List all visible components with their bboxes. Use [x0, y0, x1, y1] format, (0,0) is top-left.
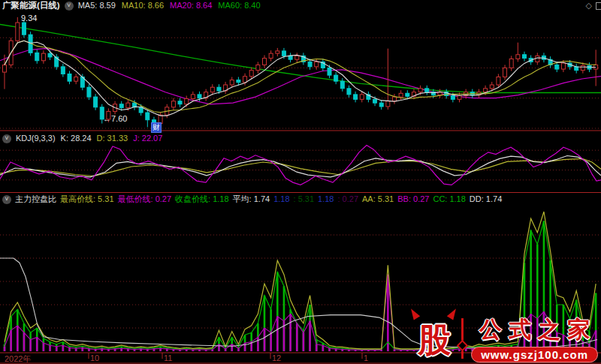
x-axis-label: 1 [364, 353, 368, 362]
ma-label: MA5: 8.59 [78, 1, 116, 11]
maximize-icon[interactable] [596, 2, 601, 10]
main-force-label: : 0.27 [338, 194, 359, 204]
ma-label: MA10: 8.66 [122, 1, 164, 11]
watermark-logo: 股 公式之家 www.gszj100.com [413, 314, 598, 362]
main-force-values: 主力控盘比最高价线: 5.31最低价线: 0.27收盘价线: 1.18平均: 1… [15, 194, 502, 204]
price-low-label: ←7.60 [103, 114, 127, 123]
x-axis-label: 10 [90, 353, 99, 362]
trading-app-window: 广聚能源(日线) ˅ MA5: 8.59MA10: 8.66MA20: 8.64… [0, 0, 601, 364]
x-axis-label: 12 [272, 353, 281, 362]
logo-right: 公式之家 www.gszj100.com [471, 314, 598, 362]
kdj-label: D: 31.33 [97, 134, 128, 143]
main-force-label: 最高价线: 5.31 [60, 194, 114, 204]
news-marker-badge[interactable]: 财 [151, 122, 162, 133]
kdj-values: KDJ(9,3,3)K: 28.24D: 31.33J: 22.07 [16, 134, 162, 143]
chevron-down-icon[interactable]: ˅ [2, 134, 11, 143]
logo-site-name: 公式之家 [473, 314, 596, 345]
diamond-icon[interactable]: ◇ [586, 1, 592, 11]
logo-gu-text: 股 [418, 322, 451, 359]
x-axis-label: 11 [164, 353, 172, 362]
logo-divider [461, 318, 464, 359]
main-force-label: 收盘价线: 1.18 [175, 194, 229, 204]
main-force-label: DD: 1.74 [470, 194, 502, 204]
main-force-label: 平均: 1.74 [233, 194, 270, 204]
main-force-label: : 5.31 [294, 194, 315, 204]
main-force-header: ˅ 主力控盘比最高价线: 5.31最低价线: 0.27收盘价线: 1.18平均:… [2, 194, 502, 204]
main-force-label: BB: 0.27 [397, 194, 429, 204]
logo-site-url: www.gszj100.com [471, 347, 598, 362]
main-force-label: 1.18 [273, 194, 289, 204]
kdj-label: K: 28.24 [61, 134, 92, 143]
chevron-down-icon[interactable]: ˅ [65, 2, 74, 11]
logo-bull: 股 [413, 314, 454, 362]
diamond-icon [457, 339, 469, 351]
kdj-header: ˅ KDJ(9,3,3)K: 28.24D: 31.33J: 22.07 [2, 134, 162, 143]
main-force-label: 最低价线: 0.27 [118, 194, 172, 204]
main-chart-header: 广聚能源(日线) ˅ MA5: 8.59MA10: 8.66MA20: 8.64… [2, 1, 261, 11]
main-force-label: 主力控盘比 [15, 194, 56, 204]
chevron-down-icon[interactable]: ˅ [2, 195, 11, 204]
main-force-label: AA: 5.31 [362, 194, 394, 204]
stock-title: 广聚能源(日线) [2, 1, 60, 11]
kdj-label: KDJ(9,3,3) [16, 134, 56, 143]
kdj-label: J: 22.07 [133, 134, 162, 143]
price-high-label: 9.34 [21, 14, 37, 23]
main-force-label: 1.18 [318, 194, 334, 204]
ma-labels: MA5: 8.59MA10: 8.66MA20: 8.64MA60: 8.40 [78, 1, 261, 11]
chart-canvas[interactable] [0, 0, 601, 364]
ma-label: MA60: 8.40 [218, 1, 260, 11]
main-force-label: CC: 1.18 [433, 194, 465, 204]
panel-controls: ◇ [586, 1, 599, 11]
x-axis-label: 2022年 [5, 353, 31, 364]
ma-label: MA20: 8.64 [170, 1, 212, 11]
